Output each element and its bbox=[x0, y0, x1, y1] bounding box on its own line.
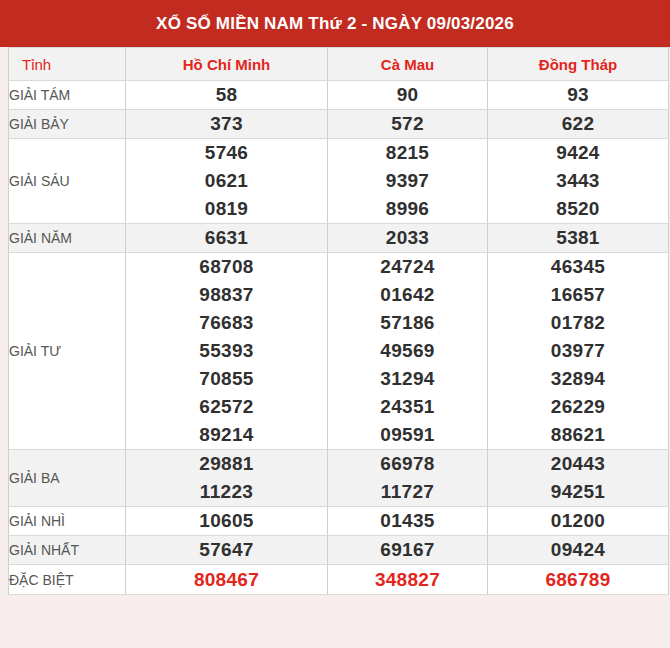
result-cell: 2033 bbox=[328, 224, 488, 253]
result-number: 5746 bbox=[126, 139, 327, 167]
result-number: 57647 bbox=[126, 536, 327, 564]
header-row: Tỉnh Hồ Chí Minh Cà Mau Đồng Tháp bbox=[9, 48, 669, 81]
table-header: Tỉnh Hồ Chí Minh Cà Mau Đồng Tháp bbox=[9, 48, 669, 81]
table-row: GIẢI TÁM589093 bbox=[9, 81, 669, 110]
result-cell: 68708988377668355393708556257289214 bbox=[126, 253, 328, 450]
result-number: 01642 bbox=[328, 281, 487, 309]
prize-label: GIẢI BA bbox=[9, 450, 126, 507]
result-cell: 574606210819 bbox=[126, 139, 328, 224]
result-number: 9397 bbox=[328, 167, 487, 195]
result-cell: 373 bbox=[126, 110, 328, 139]
table-row: ĐẶC BIỆT808467348827686789 bbox=[9, 565, 669, 595]
result-number: 5381 bbox=[488, 224, 668, 252]
result-number: 26229 bbox=[488, 393, 668, 421]
result-number: 2033 bbox=[328, 224, 487, 252]
result-number: 70855 bbox=[126, 365, 327, 393]
table-row: GIẢI BA298811122366978117272044394251 bbox=[9, 450, 669, 507]
result-number: 32894 bbox=[488, 365, 668, 393]
result-cell: 622 bbox=[488, 110, 669, 139]
result-number: 01435 bbox=[328, 507, 487, 535]
table-row: GIẢI NHẤT576476916709424 bbox=[9, 536, 669, 565]
result-cell: 572 bbox=[328, 110, 488, 139]
result-number: 8520 bbox=[488, 195, 668, 223]
column-header-ca-mau: Cà Mau bbox=[328, 48, 488, 81]
table-row: GIẢI NĂM663120335381 bbox=[9, 224, 669, 253]
table-row: GIẢI BẢY373572622 bbox=[9, 110, 669, 139]
column-header-province: Tỉnh bbox=[9, 48, 126, 81]
result-number: 6631 bbox=[126, 224, 327, 252]
result-number: 24724 bbox=[328, 253, 487, 281]
result-cell: 2988111223 bbox=[126, 450, 328, 507]
result-cell: 942434438520 bbox=[488, 139, 669, 224]
result-number: 66978 bbox=[328, 450, 487, 478]
prize-label: GIẢI NĂM bbox=[9, 224, 126, 253]
result-number: 03977 bbox=[488, 337, 668, 365]
result-number: 24351 bbox=[328, 393, 487, 421]
result-number: 09424 bbox=[488, 536, 668, 564]
result-cell: 5381 bbox=[488, 224, 669, 253]
result-number: 20443 bbox=[488, 450, 668, 478]
column-header-dong-thap: Đồng Tháp bbox=[488, 48, 669, 81]
result-cell: 01435 bbox=[328, 507, 488, 536]
result-number: 93 bbox=[488, 81, 668, 109]
result-number: 90 bbox=[328, 81, 487, 109]
result-cell: 69167 bbox=[328, 536, 488, 565]
table-row: GIẢI TƯ687089883776683553937085562572892… bbox=[9, 253, 669, 450]
result-number: 62572 bbox=[126, 393, 327, 421]
result-number: 98837 bbox=[126, 281, 327, 309]
result-cell: 01200 bbox=[488, 507, 669, 536]
result-number: 09591 bbox=[328, 421, 487, 449]
result-number: 58 bbox=[126, 81, 327, 109]
result-cell: 808467 bbox=[126, 565, 328, 595]
prize-label: GIẢI SÁU bbox=[9, 139, 126, 224]
result-number: 57186 bbox=[328, 309, 487, 337]
result-number: 94251 bbox=[488, 478, 668, 506]
prize-label: GIẢI NHẤT bbox=[9, 536, 126, 565]
table-row: GIẢI NHÌ106050143501200 bbox=[9, 507, 669, 536]
result-number: 8215 bbox=[328, 139, 487, 167]
results-body: GIẢI TÁM589093GIẢI BẢY373572622GIẢI SÁU5… bbox=[9, 81, 669, 595]
prize-label: GIẢI TÁM bbox=[9, 81, 126, 110]
result-number: 55393 bbox=[126, 337, 327, 365]
result-number: 88621 bbox=[488, 421, 668, 449]
result-cell: 2044394251 bbox=[488, 450, 669, 507]
prize-label: GIẢI TƯ bbox=[9, 253, 126, 450]
result-cell: 348827 bbox=[328, 565, 488, 595]
result-number: 68708 bbox=[126, 253, 327, 281]
result-cell: 686789 bbox=[488, 565, 669, 595]
result-number: 11223 bbox=[126, 478, 327, 506]
result-number: 31294 bbox=[328, 365, 487, 393]
result-cell: 90 bbox=[328, 81, 488, 110]
result-number: 01782 bbox=[488, 309, 668, 337]
result-cell: 10605 bbox=[126, 507, 328, 536]
result-cell: 09424 bbox=[488, 536, 669, 565]
result-number: 10605 bbox=[126, 507, 327, 535]
result-number: 808467 bbox=[126, 565, 327, 594]
result-number: 686789 bbox=[488, 565, 668, 594]
result-cell: 6697811727 bbox=[328, 450, 488, 507]
result-number: 622 bbox=[488, 110, 668, 138]
result-number: 0621 bbox=[126, 167, 327, 195]
result-cell: 93 bbox=[488, 81, 669, 110]
result-cell: 57647 bbox=[126, 536, 328, 565]
result-cell: 6631 bbox=[126, 224, 328, 253]
result-number: 49569 bbox=[328, 337, 487, 365]
result-number: 348827 bbox=[328, 565, 487, 594]
prize-label: GIẢI NHÌ bbox=[9, 507, 126, 536]
results-table: Tỉnh Hồ Chí Minh Cà Mau Đồng Tháp GIẢI T… bbox=[8, 47, 669, 595]
result-number: 89214 bbox=[126, 421, 327, 449]
result-number: 9424 bbox=[488, 139, 668, 167]
title-bar: XỔ SỐ MIỀN NAM Thứ 2 - NGÀY 09/03/2026 bbox=[0, 0, 670, 47]
result-number: 16657 bbox=[488, 281, 668, 309]
prize-label: GIẢI BẢY bbox=[9, 110, 126, 139]
result-cell: 821593978996 bbox=[328, 139, 488, 224]
result-cell: 46345166570178203977328942622988621 bbox=[488, 253, 669, 450]
table-row: GIẢI SÁU57460621081982159397899694243443… bbox=[9, 139, 669, 224]
result-number: 69167 bbox=[328, 536, 487, 564]
result-number: 76683 bbox=[126, 309, 327, 337]
result-cell: 24724016425718649569312942435109591 bbox=[328, 253, 488, 450]
page-title: XỔ SỐ MIỀN NAM Thứ 2 - NGÀY 09/03/2026 bbox=[156, 14, 514, 34]
result-number: 3443 bbox=[488, 167, 668, 195]
result-number: 29881 bbox=[126, 450, 327, 478]
result-number: 01200 bbox=[488, 507, 668, 535]
